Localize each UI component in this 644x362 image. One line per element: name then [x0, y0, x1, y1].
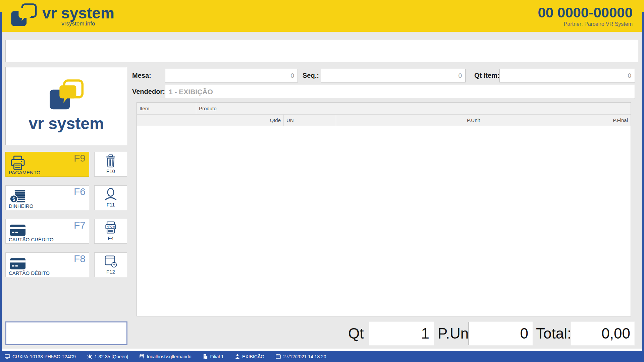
window-border-left [0, 12, 2, 362]
document-number: 00 0000-00000 [538, 5, 633, 20]
vendedor-label: Vendedor: [132, 85, 165, 99]
mesa-input[interactable]: 0 [165, 69, 298, 82]
cartao-credito-fkey: F7 [74, 220, 86, 231]
pagamento-label: PAGAMENTO [9, 170, 40, 175]
status-terminal: CRXPA-10133-PH5SC-T24C9 [5, 354, 76, 359]
money-icon: $ [10, 189, 26, 204]
database-icon [140, 354, 145, 359]
cartao-debito-label: CARTÃO DÉBITO [9, 270, 50, 276]
items-table-header: Item Produto Qtde UN P.Unit P.Final [137, 103, 631, 126]
total-label: Total: [536, 321, 571, 346]
calendar-icon [276, 354, 281, 359]
status-terminal-text: CRXPA-10133-PH5SC-T24C9 [12, 354, 76, 359]
user-icon [235, 354, 240, 359]
nova-venda-fkey: F12 [106, 269, 115, 275]
status-version: 1.32.35 [Queen] [87, 354, 128, 359]
dinheiro-label: DINHEIRO [9, 203, 33, 209]
seq-input[interactable]: 0 [321, 69, 466, 82]
column-header-un: UN [284, 115, 336, 126]
dinheiro-fkey: F6 [74, 186, 86, 197]
credit-card-icon [10, 223, 26, 237]
vr-system-logo-icon [10, 3, 38, 29]
column-header-qtde: Qtde [137, 115, 284, 126]
bug-icon [87, 354, 92, 359]
brand-block: vr system vrsystem.info [10, 3, 114, 29]
qt-total-input[interactable]: 1 [369, 322, 434, 345]
pun-input[interactable]: 0 [468, 322, 533, 345]
trash-icon [104, 154, 117, 168]
pagamento-fkey: F9 [74, 153, 86, 164]
pun-label: P.Un [438, 321, 469, 346]
status-filial: Filial 1 [203, 354, 224, 359]
excluir-item-button[interactable]: F10 [94, 152, 127, 177]
column-header-produto: Produto [196, 103, 631, 114]
vendedor-input[interactable]: 1 - EXIBIÇÃO [165, 85, 635, 99]
qt-item-label: Qt Item: [474, 69, 500, 82]
nfce-printer-icon: NFC-e [104, 221, 117, 235]
new-window-plus-icon [104, 255, 117, 268]
partner-label: Partner: Parceiro VR System [538, 21, 633, 27]
svg-text:$: $ [12, 196, 15, 202]
status-database: localhost\sqlfernando [140, 354, 191, 359]
column-header-item: Item [137, 103, 196, 114]
dinheiro-button[interactable]: $ F6 DINHEIRO [5, 185, 89, 210]
pagamento-button[interactable]: F9 PAGAMENTO [5, 152, 89, 177]
header-row-1: Item Produto [137, 103, 631, 114]
svg-text:NFC-e: NFC-e [107, 225, 115, 228]
qt-item-input[interactable]: 0 [499, 69, 635, 82]
seq-label: Seq.: [303, 69, 319, 82]
cartao-credito-label: CARTÃO CRÉDITO [9, 237, 54, 242]
column-header-punit: P.Unit [336, 115, 483, 126]
brand-subtitle: vrsystem.info [61, 20, 95, 27]
status-database-text: localhost\sqlfernando [147, 354, 191, 359]
message-display-box [5, 40, 638, 62]
cliente-fkey: F11 [107, 202, 115, 207]
window-border-right [642, 12, 644, 362]
total-input[interactable]: 0,00 [571, 322, 635, 345]
debit-card-icon [10, 256, 26, 271]
pos-window: vr system vrsystem.info 00 0000-00000 Pa… [0, 0, 644, 362]
logo-panel: vr system [5, 67, 127, 145]
app-header: vr system vrsystem.info 00 0000-00000 Pa… [0, 0, 644, 32]
cartao-debito-fkey: F8 [74, 253, 86, 264]
brand-text: vr system vrsystem.info [42, 5, 114, 27]
status-datetime: 27/12/2021 14:18:20 [276, 354, 326, 359]
mesa-label: Mesa: [132, 69, 151, 82]
cliente-button[interactable]: F11 [94, 185, 127, 210]
person-icon [104, 188, 117, 201]
items-table: Item Produto Qtde UN P.Unit P.Final [137, 102, 631, 316]
document-number-block: 00 0000-00000 Partner: Parceiro VR Syste… [538, 5, 633, 27]
computer-icon [5, 354, 10, 359]
cartao-credito-button[interactable]: F7 CARTÃO CRÉDITO [5, 219, 89, 244]
logo-panel-brand: vr system [29, 114, 104, 133]
nfce-button[interactable]: NFC-e F4 [94, 219, 127, 244]
column-header-pfinal: P.Final [483, 115, 631, 126]
nova-venda-button[interactable]: F12 [94, 252, 127, 277]
status-version-text: 1.32.35 [Queen] [95, 354, 128, 359]
brand-name: vr system [42, 5, 114, 21]
excluir-item-fkey: F10 [106, 168, 115, 174]
printer-icon [10, 156, 26, 170]
status-gap-strip [0, 349, 644, 351]
status-user: EXIBIÇÃO [235, 354, 264, 359]
vr-system-logo-large-icon [46, 79, 87, 113]
status-datetime-text: 27/12/2021 14:18:20 [283, 354, 326, 359]
qt-total-label: Qt [348, 321, 364, 346]
building-icon [203, 354, 208, 359]
product-barcode-input[interactable] [5, 321, 127, 345]
nfce-fkey: F4 [108, 235, 114, 241]
status-filial-text: Filial 1 [210, 354, 224, 359]
status-user-text: EXIBIÇÃO [242, 354, 264, 359]
header-row-2: Qtde UN P.Unit P.Final [137, 114, 631, 126]
cartao-debito-button[interactable]: F8 CARTÃO DÉBITO [5, 252, 89, 277]
status-bar: CRXPA-10133-PH5SC-T24C9 1.32.35 [Queen] [0, 351, 644, 362]
